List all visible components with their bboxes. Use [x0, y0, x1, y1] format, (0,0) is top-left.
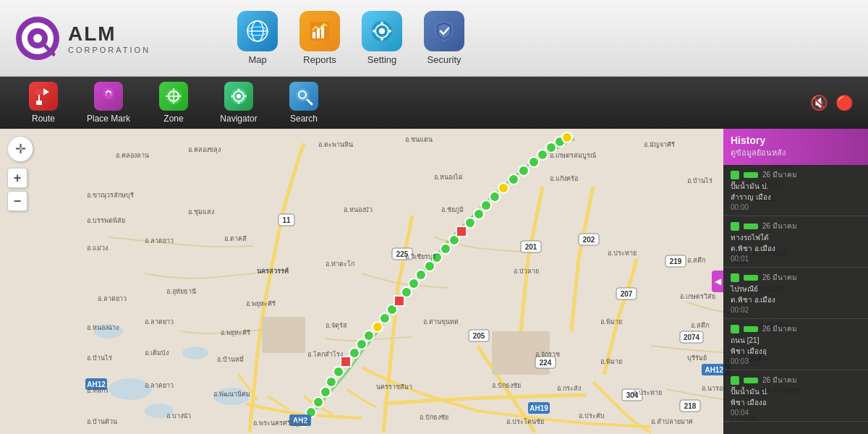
svg-text:อ.พิมาย: อ.พิมาย [600, 318, 622, 326]
svg-rect-11 [312, 32, 315, 38]
nav-item-map[interactable]: Map [237, 11, 278, 65]
zoom-out-button[interactable]: − [7, 191, 27, 211]
svg-text:อ.บ้านหมี่: อ.บ้านหมี่ [217, 354, 244, 363]
logo-text: ALM CORPORATION [68, 22, 150, 54]
map-controls: ✛ + − [7, 136, 33, 211]
svg-text:218: 218 [684, 402, 697, 410]
history-item-2[interactable]: 26 มีนาคม ไปรษณีย์ ต.พิชา อ.เมือง 00:02 [723, 268, 868, 319]
toolbar-item-search[interactable]: Search [275, 79, 333, 127]
nav-item-setting[interactable]: Setting [362, 11, 402, 65]
svg-point-74 [474, 209, 484, 219]
security-icon [424, 11, 464, 51]
svg-text:อ.พัฒนานิคม: อ.พัฒนานิคม [213, 391, 250, 398]
nav-item-reports[interactable]: Reports [299, 11, 340, 65]
history-text-line1: ถนน [21] [731, 336, 861, 345]
svg-text:อ.บ้านด้วน: อ.บ้านด้วน [87, 418, 117, 425]
svg-text:205: 205 [473, 332, 485, 340]
svg-rect-24 [36, 101, 42, 105]
toolbar-item-route[interactable]: Route [14, 79, 72, 127]
toolbar-label-search: Search [290, 114, 318, 124]
toolbar-label-zone: Zone [163, 114, 183, 124]
svg-rect-64 [394, 296, 404, 306]
svg-point-79 [519, 166, 529, 176]
svg-text:อ.ชัยภูมิ: อ.ชัยภูมิ [441, 206, 464, 214]
nav-item-security[interactable]: Security [424, 11, 464, 65]
main-nav-icons: Map Reports Setting Security [237, 11, 464, 65]
svg-rect-21 [35, 89, 43, 95]
history-text-line2: พิชา เมืองอุ [731, 346, 861, 356]
history-speed-bar [744, 275, 758, 281]
history-date: 26 มีนาคม [762, 323, 797, 334]
history-item-4[interactable]: 26 มีนาคม ปั๊มน้ำมัน ป. พิชา เมืองอ 00:0… [723, 370, 868, 422]
history-item-1[interactable]: 26 มีนาคม ทางรถไฟใต้ ต.พิชา อ.เมือง 00:0… [723, 216, 868, 268]
svg-text:อ.ตะพานหิน: อ.ตะพานหิน [318, 141, 353, 148]
svg-point-47 [182, 346, 208, 359]
toolbar-item-navigator[interactable]: Navigator [210, 79, 268, 127]
history-text-line1: ปั๊มน้ำมัน ป. [731, 387, 861, 396]
toolbar-item-placemark[interactable]: Place Mark [80, 79, 137, 127]
svg-text:อ.บางนัว: อ.บางนัว [166, 412, 191, 420]
svg-point-59 [357, 339, 367, 349]
svg-point-60 [364, 331, 374, 341]
svg-point-35 [237, 94, 241, 98]
svg-point-80 [529, 157, 539, 167]
svg-text:อ.หนองบัว: อ.หนองบัว [344, 206, 373, 213]
svg-point-75 [481, 200, 491, 210]
svg-text:อ.ลาดยาว: อ.ลาดยาว [145, 237, 174, 244]
toolbar-label-navigator: Navigator [220, 114, 257, 124]
logo-corporation: CORPORATION [68, 46, 150, 54]
svg-text:อ.อุทัยธานี: อ.อุทัยธานี [166, 288, 196, 296]
svg-text:อ.แก้งคร้อ: อ.แก้งคร้อ [550, 175, 578, 182]
svg-text:อ.ชุมแสง: อ.ชุมแสง [188, 208, 214, 216]
svg-point-18 [380, 38, 383, 41]
nav-label-setting: Setting [367, 54, 396, 65]
zoom-in-button[interactable]: + [7, 168, 27, 188]
svg-point-77 [498, 183, 509, 193]
svg-point-58 [349, 348, 359, 358]
svg-point-61 [373, 322, 383, 332]
svg-point-65 [401, 287, 412, 297]
svg-text:อ.ประทาย: อ.ประทาย [633, 389, 662, 396]
history-status-dot [731, 376, 739, 385]
svg-text:อ.ลาดยาว: อ.ลาดยาว [145, 382, 174, 389]
history-speed-bar [744, 172, 758, 178]
svg-point-20 [388, 30, 391, 33]
toolbar-item-zone[interactable]: Zone [145, 79, 203, 127]
map-icon [237, 11, 278, 51]
svg-point-62 [380, 313, 390, 323]
compass-button[interactable]: ✛ [7, 136, 33, 162]
svg-text:อ.พิมาย: อ.พิมาย [600, 358, 622, 365]
history-time: 00:02 [731, 306, 861, 314]
svg-point-38 [231, 95, 234, 98]
speaker-icon[interactable]: 🔇 [810, 94, 828, 111]
history-status-dot [731, 222, 739, 231]
history-date: 26 มีนาคม [762, 272, 797, 283]
svg-text:อ.เติมบัง: อ.เติมบัง [145, 349, 169, 357]
svg-text:อ.บรรพตพิสัย: อ.บรรพตพิสัย [87, 217, 125, 224]
navigator-icon [224, 82, 253, 111]
svg-text:อ.บ้านไร่: อ.บ้านไร่ [87, 354, 112, 362]
svg-rect-49 [262, 317, 305, 353]
placemark-icon [94, 82, 123, 111]
svg-text:อ.ประคับ: อ.ประคับ [579, 412, 605, 420]
history-time: 00:00 [731, 203, 861, 211]
svg-text:11: 11 [282, 216, 291, 224]
second-toolbar: Route Place Mark Zone Navigator Search 🔇… [0, 77, 868, 129]
svg-point-39 [244, 95, 247, 98]
history-date: 26 มีนาคม [762, 221, 797, 231]
history-panel-toggle[interactable]: ◀ [712, 271, 723, 292]
map-container[interactable]: 11 225 201 202 205 207 219 215 2074 214 … [0, 129, 868, 434]
svg-point-17 [380, 22, 383, 25]
history-text-line2: สำราญ เมือง [731, 192, 861, 202]
svg-text:อ.จัตุรัส: อ.จัตุรัส [326, 322, 347, 330]
svg-text:อ.ขาณุวรลักษบุรี: อ.ขาณุวรลักษบุรี [87, 192, 134, 200]
history-text-line1: ทางรถไฟใต้ [731, 233, 861, 242]
history-item-0[interactable]: 26 มีนาคม ปั๊มน้ำมัน ป. สำราญ เมือง 00:0… [723, 165, 868, 216]
svg-text:อ.หนองฉาง: อ.หนองฉาง [87, 324, 119, 331]
history-date: 26 มีนาคม [762, 375, 797, 386]
top-navigation: ALM CORPORATION Map Reports Setting [0, 0, 868, 77]
svg-point-36 [238, 89, 240, 91]
svg-text:อ.พยุหะคีรี: อ.พยุหะคีรี [221, 329, 250, 337]
history-item-3[interactable]: 26 มีนาคม ถนน [21] พิชา เมืองอุ 00:03 [723, 319, 868, 370]
svg-text:อ.คลองลาน: อ.คลองลาน [116, 152, 149, 159]
